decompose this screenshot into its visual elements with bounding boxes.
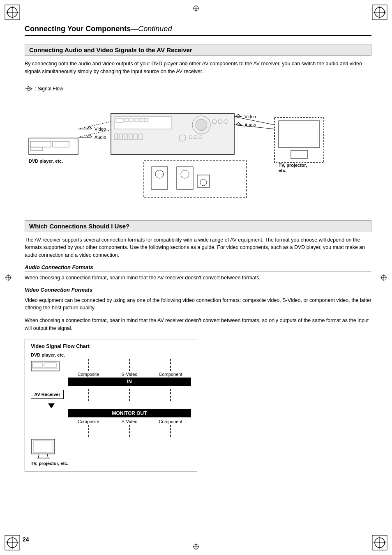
svg-text:: Signal Flow: : Signal Flow xyxy=(35,86,63,92)
svg-rect-59 xyxy=(279,121,320,147)
corner-mark-tl xyxy=(4,4,21,21)
av-receiver-label: AV Receiver xyxy=(34,392,60,397)
corner-mark-tr xyxy=(371,4,388,21)
corner-mark-bl xyxy=(4,534,21,551)
section1-box: Connecting Audio and Video Signals to th… xyxy=(25,44,371,56)
video-body1: Video equipment can be connected by usin… xyxy=(25,297,371,312)
av-receiver-row: AV Receiver xyxy=(31,387,191,402)
svg-rect-63 xyxy=(144,161,247,198)
flow-chart-container: Video Signal Flow Chart DVD player, etc. xyxy=(25,339,197,472)
av-receiver-box: AV Receiver xyxy=(31,390,64,399)
svideo-dashes-av xyxy=(129,389,130,401)
svg-rect-33 xyxy=(53,141,69,147)
composite-label: Composite xyxy=(72,372,105,377)
svg-rect-89 xyxy=(32,439,55,454)
dvd-device-icon xyxy=(31,359,60,372)
svg-rect-65 xyxy=(155,170,164,178)
svg-rect-85 xyxy=(31,361,59,371)
in-bar: IN xyxy=(68,378,191,386)
svideo-col-dvd xyxy=(113,359,146,372)
svg-rect-30 xyxy=(29,138,78,154)
center-left-mark xyxy=(4,274,12,282)
av-arrow-down xyxy=(48,403,55,408)
svg-line-91 xyxy=(38,454,39,458)
component-dashes-dvd xyxy=(170,359,171,371)
section1-title: Connecting Audio and Video Signals to th… xyxy=(29,46,192,53)
audio-heading: Audio Connection Formats xyxy=(25,264,371,272)
composite-dashes-dvd xyxy=(88,359,89,371)
tv-row xyxy=(31,438,191,460)
svg-rect-67 xyxy=(181,170,189,178)
signal-flow-diagram: : Signal Flow DVD player, etc. xyxy=(25,81,371,212)
section2-box: Which Connections Should I Use? xyxy=(25,220,371,232)
svg-text:etc.: etc. xyxy=(279,168,286,173)
svg-rect-60 xyxy=(291,150,307,159)
av-left-col: AV Receiver xyxy=(31,390,68,399)
page-number: 24 xyxy=(23,536,29,543)
section2-title: Which Connections Should I Use? xyxy=(29,223,129,230)
svg-rect-90 xyxy=(33,441,53,452)
title-text: Connecting Your Components xyxy=(25,25,131,33)
corner-mark-br xyxy=(371,534,388,551)
component-label-out: Component xyxy=(154,419,187,424)
composite-col-av xyxy=(72,389,105,402)
center-right-mark xyxy=(380,274,388,282)
svg-point-44 xyxy=(196,119,207,131)
tv-label: TV, projector, etc. xyxy=(31,461,191,466)
svideo-dashes-out xyxy=(129,425,130,437)
tv-left-col xyxy=(31,438,68,460)
composite-col-out xyxy=(72,425,105,438)
component-col-av xyxy=(154,389,187,402)
svg-rect-31 xyxy=(30,141,51,147)
svg-rect-68 xyxy=(197,175,210,187)
svg-rect-32 xyxy=(30,147,43,150)
component-dashes-av xyxy=(170,389,171,401)
page-header: Connecting Your Components—Continued xyxy=(25,25,371,36)
svideo-label: S-Video xyxy=(113,372,146,377)
section2-body1: The AV receiver supports several connect… xyxy=(25,236,371,259)
svideo-col-out xyxy=(113,425,146,438)
center-top-mark xyxy=(192,4,200,12)
section1-body: By connecting both the audio and video o… xyxy=(25,60,371,76)
monitor-out-bar: MONITOR OUT xyxy=(68,409,191,417)
tv-device-icon xyxy=(31,438,55,459)
audio-body: When choosing a connection format, bear … xyxy=(25,274,371,282)
center-bottom-mark xyxy=(192,543,200,551)
svg-text:TV, projector,: TV, projector, xyxy=(279,163,307,168)
svideo-col-av xyxy=(113,389,146,402)
page-content: Connecting Your Components—Continued Con… xyxy=(25,25,371,472)
svg-text:Audio: Audio xyxy=(95,135,106,140)
svg-rect-58 xyxy=(274,117,324,163)
composite-col-dvd xyxy=(72,359,105,372)
svideo-dashes-dvd xyxy=(129,359,130,371)
video-body2: When choosing a connection format, bear … xyxy=(25,317,371,332)
svg-rect-87 xyxy=(44,363,56,368)
composite-dashes-av xyxy=(88,389,89,401)
svg-rect-86 xyxy=(32,363,42,368)
svg-text:DVD player, etc.: DVD player, etc. xyxy=(29,159,63,164)
subtitle-text: Continued xyxy=(138,25,172,33)
video-heading: Video Connection Formats xyxy=(25,287,371,294)
dvd-label: DVD player, etc. xyxy=(31,352,68,357)
svg-text:Video: Video xyxy=(244,114,256,119)
component-col-dvd xyxy=(154,359,187,372)
component-label: Component xyxy=(154,372,187,377)
component-dashes-out xyxy=(170,425,171,437)
page-title: Connecting Your Components—Continued xyxy=(25,25,172,33)
svg-point-69 xyxy=(200,179,207,186)
composite-label-out: Composite xyxy=(72,419,105,424)
svg-line-92 xyxy=(47,454,48,458)
component-col-out xyxy=(154,425,187,438)
flow-chart-title: Video Signal Flow Chart xyxy=(31,343,191,349)
svg-text:Video: Video xyxy=(95,127,106,131)
svideo-label-out: S-Video xyxy=(113,419,146,424)
composite-dashes-out xyxy=(88,425,89,437)
flow-chart-grid: DVD player, etc. xyxy=(31,352,191,466)
